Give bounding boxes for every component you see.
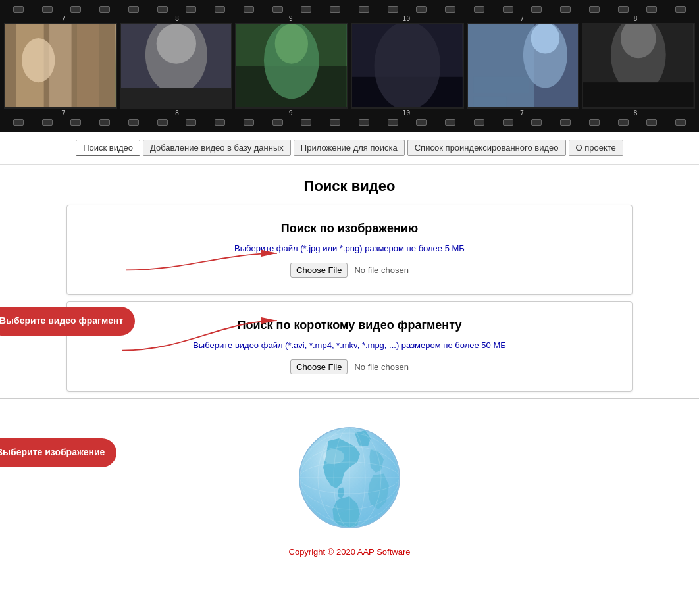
image-search-box: Поиск по изображению Выберите файл (*.jp… xyxy=(66,205,633,295)
nav-indexed-list[interactable]: Список проиндексированного видео xyxy=(407,140,566,156)
video-no-file-text: No file chosen xyxy=(354,362,408,372)
video-choose-file-button[interactable]: Choose File xyxy=(290,359,348,374)
film-frame-6 xyxy=(582,23,695,109)
image-choose-file-button[interactable]: Choose File xyxy=(290,263,348,278)
film-frame-5 xyxy=(467,23,580,109)
frame-numbers-bottom: 7891078 xyxy=(0,109,699,117)
video-search-desc: Выберите видео файл (*.avi, *.mp4, *.mkv… xyxy=(87,340,612,350)
filmstrip: 7891078 xyxy=(0,0,699,132)
film-frame-4 xyxy=(351,23,464,109)
nav-search-app[interactable]: Приложение для поиска xyxy=(294,140,405,156)
page-title: Поиск видео xyxy=(0,165,699,205)
tooltip-video-fragment: Выберите видео фрагмент xyxy=(0,307,135,336)
film-frame-2 xyxy=(120,23,233,109)
navigation: Поиск видео Добавление видео в базу данн… xyxy=(0,132,699,165)
image-search-title: Поиск по изображению xyxy=(87,222,612,236)
globe-icon xyxy=(297,425,402,530)
video-search-title: Поиск по короткому видео фрагменту xyxy=(87,319,612,332)
bottom-section: Copyright © 2020 AAP Software xyxy=(0,398,699,590)
tooltip-image: Выберите изображение xyxy=(0,438,116,467)
perforations-top xyxy=(0,4,699,14)
svg-point-40 xyxy=(323,449,344,464)
nav-add-video[interactable]: Добавление видео в базу данных xyxy=(143,140,291,156)
svg-rect-22 xyxy=(473,97,506,107)
film-frame-3 xyxy=(235,23,348,109)
video-search-box: Поиск по короткому видео фрагменту Выбер… xyxy=(66,301,633,392)
svg-point-8 xyxy=(156,24,195,64)
svg-rect-21 xyxy=(473,77,529,93)
svg-rect-26 xyxy=(583,82,694,107)
svg-point-16 xyxy=(375,24,441,107)
nav-about[interactable]: О проекте xyxy=(569,140,623,156)
svg-rect-9 xyxy=(121,88,232,107)
svg-rect-18 xyxy=(468,24,534,107)
perforations-bottom xyxy=(0,117,699,128)
image-no-file-text: No file chosen xyxy=(354,265,408,275)
film-frames xyxy=(0,23,699,109)
svg-rect-3 xyxy=(77,24,99,107)
nav-search-video[interactable]: Поиск видео xyxy=(76,140,140,156)
svg-point-4 xyxy=(22,38,55,82)
image-file-input-row: Choose File No file chosen xyxy=(87,263,612,278)
frame-numbers-top: 7891078 xyxy=(0,14,699,23)
film-frame-1 xyxy=(4,23,117,109)
copyright-text: Copyright © 2020 AAP Software xyxy=(289,547,411,570)
image-search-desc: Выберите файл (*.jpg или *.png) размером… xyxy=(87,244,612,253)
video-file-input-row: Choose File No file chosen xyxy=(87,359,612,374)
svg-point-13 xyxy=(275,24,308,64)
